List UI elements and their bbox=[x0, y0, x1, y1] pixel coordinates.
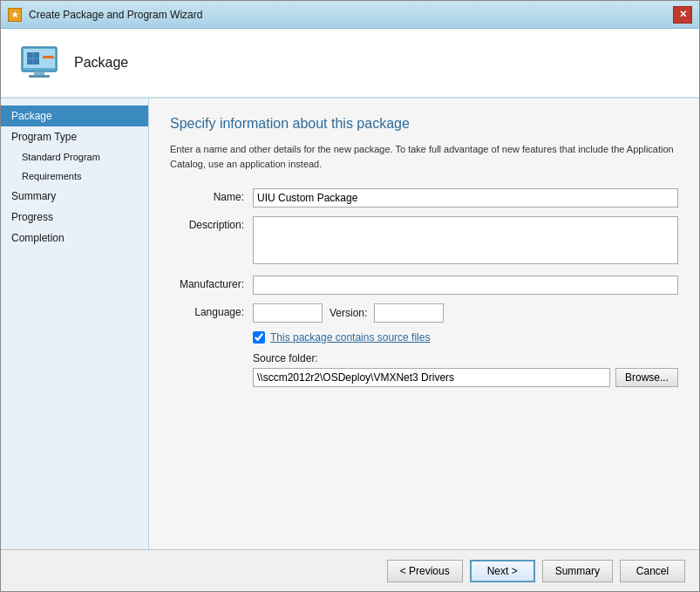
sidebar-item-completion[interactable]: Completion bbox=[1, 228, 148, 248]
close-button[interactable]: ✕ bbox=[673, 6, 692, 24]
source-folder-label: Source folder: bbox=[253, 352, 678, 364]
manufacturer-label: Manufacturer: bbox=[170, 276, 253, 290]
manufacturer-row: Manufacturer: bbox=[170, 276, 678, 295]
sidebar: Package Program Type Standard Program Re… bbox=[1, 99, 149, 549]
checkbox-row: This package contains source files bbox=[253, 331, 678, 344]
browse-button[interactable]: Browse... bbox=[615, 368, 678, 387]
package-icon bbox=[18, 42, 60, 84]
header-title: Package bbox=[74, 55, 128, 71]
header-bar: Package bbox=[1, 29, 699, 99]
sidebar-item-progress[interactable]: Progress bbox=[1, 207, 148, 228]
summary-button[interactable]: Summary bbox=[542, 560, 613, 582]
source-row: Browse... bbox=[253, 368, 678, 387]
svg-rect-3 bbox=[29, 75, 50, 78]
sidebar-item-summary[interactable]: Summary bbox=[1, 186, 148, 207]
footer: < Previous Next > Summary Cancel bbox=[1, 549, 699, 591]
window-icon: ★ bbox=[8, 8, 22, 22]
main-content: Package Program Type Standard Program Re… bbox=[1, 99, 699, 549]
cancel-button[interactable]: Cancel bbox=[620, 560, 685, 582]
description-wrapper bbox=[253, 216, 678, 267]
info-text: Enter a name and other details for the n… bbox=[170, 142, 678, 171]
next-button[interactable]: Next > bbox=[470, 560, 535, 582]
version-label: Version: bbox=[330, 307, 367, 319]
previous-button[interactable]: < Previous bbox=[387, 560, 463, 582]
description-input[interactable] bbox=[253, 216, 678, 264]
title-bar-left: ★ Create Package and Program Wizard bbox=[8, 8, 202, 22]
window-title: Create Package and Program Wizard bbox=[29, 9, 202, 21]
source-folder-input[interactable] bbox=[253, 368, 610, 387]
version-input[interactable] bbox=[374, 303, 444, 323]
sidebar-item-program-type[interactable]: Program Type bbox=[1, 126, 148, 147]
manufacturer-input[interactable] bbox=[253, 276, 678, 295]
description-row: Description: bbox=[170, 216, 678, 267]
sidebar-item-requirements[interactable]: Requirements bbox=[1, 167, 148, 186]
name-label: Name: bbox=[170, 188, 253, 203]
name-input[interactable] bbox=[253, 188, 678, 208]
language-version-row: Language: Version: bbox=[170, 303, 678, 323]
language-label: Language: bbox=[170, 303, 253, 318]
content-area: Specify information about this package E… bbox=[149, 99, 699, 549]
content-title: Specify information about this package bbox=[170, 116, 678, 132]
source-files-checkbox[interactable] bbox=[253, 331, 265, 344]
wizard-window: ★ Create Package and Program Wizard ✕ Pa… bbox=[0, 0, 700, 592]
title-bar: ★ Create Package and Program Wizard ✕ bbox=[1, 1, 699, 29]
language-input[interactable] bbox=[253, 303, 323, 323]
name-row: Name: bbox=[170, 188, 678, 208]
source-folder-section: Source folder: Browse... bbox=[253, 352, 678, 387]
sidebar-item-standard-program[interactable]: Standard Program bbox=[1, 147, 148, 167]
description-label: Description: bbox=[170, 216, 253, 231]
sidebar-item-package[interactable]: Package bbox=[1, 105, 148, 126]
source-files-label[interactable]: This package contains source files bbox=[270, 331, 430, 344]
inline-fields: Version: bbox=[253, 303, 444, 323]
